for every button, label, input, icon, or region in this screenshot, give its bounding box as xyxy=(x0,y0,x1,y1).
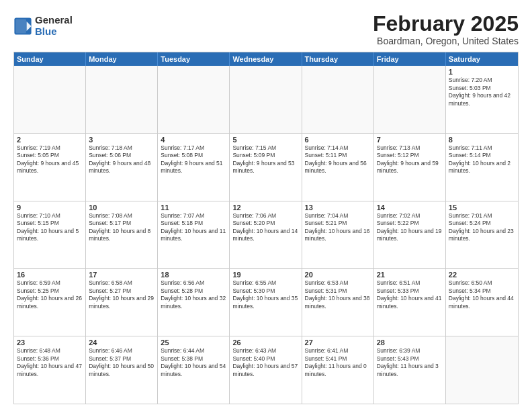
cal-cell: 16Sunrise: 6:59 AM Sunset: 5:25 PM Dayli… xyxy=(14,269,86,336)
cal-cell: 17Sunrise: 6:58 AM Sunset: 5:27 PM Dayli… xyxy=(86,269,158,336)
day-number: 26 xyxy=(232,338,298,347)
cell-info: Sunrise: 7:06 AM Sunset: 5:20 PM Dayligh… xyxy=(232,212,298,243)
day-number: 23 xyxy=(17,338,83,347)
cal-cell: 26Sunrise: 6:43 AM Sunset: 5:40 PM Dayli… xyxy=(230,336,302,404)
cal-cell xyxy=(158,66,230,133)
day-number: 25 xyxy=(161,338,226,347)
title-block: February 2025 Boardman, Oregon, United S… xyxy=(373,12,519,46)
cal-cell xyxy=(86,66,158,133)
cell-info: Sunrise: 7:01 AM Sunset: 5:24 PM Dayligh… xyxy=(449,212,515,243)
day-number: 16 xyxy=(17,271,83,279)
day-number: 7 xyxy=(377,136,443,144)
cell-info: Sunrise: 6:58 AM Sunset: 5:27 PM Dayligh… xyxy=(89,279,154,310)
cal-cell: 13Sunrise: 7:04 AM Sunset: 5:21 PM Dayli… xyxy=(302,201,374,269)
cell-info: Sunrise: 6:56 AM Sunset: 5:28 PM Dayligh… xyxy=(161,279,226,310)
cell-info: Sunrise: 6:53 AM Sunset: 5:31 PM Dayligh… xyxy=(305,279,371,310)
month-title: February 2025 xyxy=(373,12,519,36)
cell-info: Sunrise: 7:07 AM Sunset: 5:18 PM Dayligh… xyxy=(161,212,226,243)
cell-info: Sunrise: 6:39 AM Sunset: 5:43 PM Dayligh… xyxy=(377,347,443,378)
cal-cell: 18Sunrise: 6:56 AM Sunset: 5:28 PM Dayli… xyxy=(158,269,230,336)
logo: General Blue xyxy=(13,15,73,37)
cal-cell: 12Sunrise: 7:06 AM Sunset: 5:20 PM Dayli… xyxy=(230,201,302,269)
calendar-body: 1Sunrise: 7:20 AM Sunset: 5:03 PM Daylig… xyxy=(14,66,518,404)
calendar: SundayMondayTuesdayWednesdayThursdayFrid… xyxy=(13,52,519,404)
cell-info: Sunrise: 6:59 AM Sunset: 5:25 PM Dayligh… xyxy=(17,279,83,310)
day-header-friday: Friday xyxy=(374,52,446,66)
cell-info: Sunrise: 6:43 AM Sunset: 5:40 PM Dayligh… xyxy=(232,347,298,378)
cell-info: Sunrise: 7:15 AM Sunset: 5:09 PM Dayligh… xyxy=(232,144,298,175)
day-number: 14 xyxy=(377,203,443,212)
cell-info: Sunrise: 6:51 AM Sunset: 5:33 PM Dayligh… xyxy=(377,279,443,310)
cell-info: Sunrise: 7:18 AM Sunset: 5:06 PM Dayligh… xyxy=(89,144,154,175)
cal-cell: 22Sunrise: 6:50 AM Sunset: 5:34 PM Dayli… xyxy=(446,269,518,336)
cal-cell xyxy=(374,66,446,133)
cell-info: Sunrise: 7:08 AM Sunset: 5:17 PM Dayligh… xyxy=(89,212,154,243)
cell-info: Sunrise: 6:48 AM Sunset: 5:36 PM Dayligh… xyxy=(17,347,83,378)
cell-info: Sunrise: 6:41 AM Sunset: 5:41 PM Dayligh… xyxy=(305,347,371,378)
day-number: 4 xyxy=(161,136,226,144)
cal-cell: 27Sunrise: 6:41 AM Sunset: 5:41 PM Dayli… xyxy=(302,336,374,404)
day-number: 12 xyxy=(232,203,298,212)
cal-cell xyxy=(14,66,86,133)
cal-cell: 6Sunrise: 7:14 AM Sunset: 5:11 PM Daylig… xyxy=(302,134,374,201)
logo-general: General xyxy=(35,15,73,26)
day-header-sunday: Sunday xyxy=(14,52,86,66)
location: Boardman, Oregon, United States xyxy=(373,36,519,46)
day-number: 10 xyxy=(89,203,154,212)
logo-icon xyxy=(13,17,32,36)
day-header-wednesday: Wednesday xyxy=(230,52,302,66)
cell-info: Sunrise: 6:46 AM Sunset: 5:37 PM Dayligh… xyxy=(89,347,154,378)
cal-cell: 9Sunrise: 7:10 AM Sunset: 5:15 PM Daylig… xyxy=(14,201,86,269)
day-number: 18 xyxy=(161,271,226,279)
cal-cell: 28Sunrise: 6:39 AM Sunset: 5:43 PM Dayli… xyxy=(374,336,446,404)
cal-cell: 7Sunrise: 7:13 AM Sunset: 5:12 PM Daylig… xyxy=(374,134,446,201)
week-row-4: 23Sunrise: 6:48 AM Sunset: 5:36 PM Dayli… xyxy=(14,336,518,404)
page: General Blue February 2025 Boardman, Ore… xyxy=(0,0,532,411)
cal-cell: 10Sunrise: 7:08 AM Sunset: 5:17 PM Dayli… xyxy=(86,201,158,269)
day-number: 21 xyxy=(377,271,443,279)
cal-cell: 24Sunrise: 6:46 AM Sunset: 5:37 PM Dayli… xyxy=(86,336,158,404)
day-number: 5 xyxy=(232,136,298,144)
cell-info: Sunrise: 7:20 AM Sunset: 5:03 PM Dayligh… xyxy=(449,77,515,107)
day-header-thursday: Thursday xyxy=(302,52,374,66)
cal-cell: 5Sunrise: 7:15 AM Sunset: 5:09 PM Daylig… xyxy=(230,134,302,201)
cell-info: Sunrise: 7:02 AM Sunset: 5:22 PM Dayligh… xyxy=(377,212,443,243)
day-number: 22 xyxy=(449,271,515,279)
cal-cell: 25Sunrise: 6:44 AM Sunset: 5:38 PM Dayli… xyxy=(158,336,230,404)
cell-info: Sunrise: 7:19 AM Sunset: 5:05 PM Dayligh… xyxy=(17,144,83,175)
cal-cell: 11Sunrise: 7:07 AM Sunset: 5:18 PM Dayli… xyxy=(158,201,230,269)
cal-cell: 19Sunrise: 6:55 AM Sunset: 5:30 PM Dayli… xyxy=(230,269,302,336)
cal-cell: 3Sunrise: 7:18 AM Sunset: 5:06 PM Daylig… xyxy=(86,134,158,201)
day-header-monday: Monday xyxy=(86,52,158,66)
cell-info: Sunrise: 6:44 AM Sunset: 5:38 PM Dayligh… xyxy=(161,347,226,378)
cal-cell xyxy=(230,66,302,133)
day-header-tuesday: Tuesday xyxy=(158,52,230,66)
cell-info: Sunrise: 7:04 AM Sunset: 5:21 PM Dayligh… xyxy=(305,212,371,243)
day-number: 27 xyxy=(305,338,371,347)
day-number: 19 xyxy=(232,271,298,279)
cal-cell: 15Sunrise: 7:01 AM Sunset: 5:24 PM Dayli… xyxy=(446,201,518,269)
day-number: 8 xyxy=(449,136,515,144)
day-number: 13 xyxy=(305,203,371,212)
week-row-2: 9Sunrise: 7:10 AM Sunset: 5:15 PM Daylig… xyxy=(14,201,518,269)
cal-cell xyxy=(446,336,518,404)
day-number: 2 xyxy=(17,136,83,144)
logo-text: General Blue xyxy=(35,15,73,37)
day-number: 28 xyxy=(377,338,443,347)
cal-cell: 2Sunrise: 7:19 AM Sunset: 5:05 PM Daylig… xyxy=(14,134,86,201)
day-number: 3 xyxy=(89,136,154,144)
cal-cell: 23Sunrise: 6:48 AM Sunset: 5:36 PM Dayli… xyxy=(14,336,86,404)
day-header-saturday: Saturday xyxy=(446,52,518,66)
day-number: 20 xyxy=(305,271,371,279)
cell-info: Sunrise: 7:14 AM Sunset: 5:11 PM Dayligh… xyxy=(305,144,371,175)
cell-info: Sunrise: 7:11 AM Sunset: 5:14 PM Dayligh… xyxy=(449,144,515,175)
day-number: 6 xyxy=(305,136,371,144)
cal-cell: 21Sunrise: 6:51 AM Sunset: 5:33 PM Dayli… xyxy=(374,269,446,336)
week-row-3: 16Sunrise: 6:59 AM Sunset: 5:25 PM Dayli… xyxy=(14,268,518,336)
cell-info: Sunrise: 6:50 AM Sunset: 5:34 PM Dayligh… xyxy=(449,279,515,310)
cal-cell xyxy=(302,66,374,133)
cal-cell: 14Sunrise: 7:02 AM Sunset: 5:22 PM Dayli… xyxy=(374,201,446,269)
cell-info: Sunrise: 7:13 AM Sunset: 5:12 PM Dayligh… xyxy=(377,144,443,175)
cell-info: Sunrise: 6:55 AM Sunset: 5:30 PM Dayligh… xyxy=(232,279,298,310)
cal-cell: 4Sunrise: 7:17 AM Sunset: 5:08 PM Daylig… xyxy=(158,134,230,201)
